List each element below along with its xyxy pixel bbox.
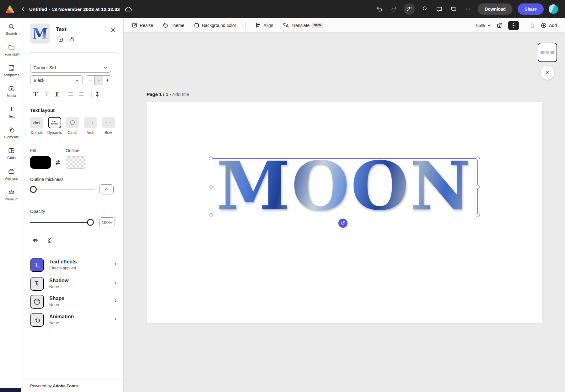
outline-thickness-handle[interactable] — [30, 186, 37, 193]
sidebar-item-media[interactable]: Media — [0, 80, 23, 101]
handle-mid-right[interactable] — [476, 185, 480, 189]
chevron-right-icon[interactable] — [113, 281, 118, 285]
line-spacing-icon[interactable] — [94, 91, 104, 97]
opacity-value[interactable]: 100% — [99, 217, 115, 227]
underline-button[interactable]: T — [51, 91, 62, 98]
shape-title[interactable]: Shape — [49, 296, 64, 301]
sidebar-item-search[interactable]: Search — [0, 18, 23, 39]
italic-button[interactable]: T — [41, 91, 51, 98]
adobe-express-logo-icon[interactable] — [6, 5, 14, 13]
selection-box: MOON — [211, 158, 478, 215]
translate-icon — [282, 22, 289, 28]
page-thumbnail[interactable] — [538, 43, 557, 62]
comment-icon[interactable] — [434, 4, 444, 14]
background-color-button[interactable]: Background color — [194, 22, 236, 28]
redo-icon[interactable] — [389, 4, 399, 14]
layout-label-arch: Arch — [81, 130, 100, 135]
outline-thickness-label: Outline thickness — [30, 177, 64, 182]
chevron-right-icon[interactable] — [113, 299, 118, 303]
new-badge: NEW — [312, 23, 323, 28]
animation-subtitle: None — [49, 320, 59, 325]
animation-title[interactable]: Animation — [49, 314, 74, 320]
rotate-handle[interactable]: ↺ — [338, 219, 347, 228]
text-effects-icon[interactable]: T — [30, 258, 44, 272]
sidebar-item-your-stuff[interactable]: Your stuff — [0, 39, 23, 60]
handle-top-left[interactable] — [209, 156, 213, 160]
flip-horizontal-icon[interactable] — [32, 236, 39, 244]
outline-thickness-value[interactable]: 0 — [99, 184, 114, 194]
translate-button[interactable]: Translate NEW — [282, 22, 323, 28]
fill-color-swatch[interactable] — [30, 156, 51, 169]
bold-button[interactable]: T — [30, 91, 41, 98]
font-weight-select[interactable]: Black — [30, 75, 83, 85]
text-effects-title[interactable]: Text effects — [49, 259, 77, 265]
zoom-control[interactable]: 65% — [476, 23, 491, 28]
align-text-icon[interactable] — [67, 91, 78, 97]
swap-icon[interactable] — [54, 159, 62, 166]
sidebar-item-grids[interactable]: Grids — [0, 142, 23, 163]
canvas-page[interactable]: MOON ↺ — [147, 102, 542, 323]
sidebar-item-elements[interactable]: Elements — [0, 122, 23, 142]
flip-vertical-icon[interactable] — [46, 236, 53, 244]
sidebar-item-templates[interactable]: Templates — [0, 60, 23, 80]
font-size-stepper: − - + — [86, 75, 112, 85]
sidebar-item-add-ons[interactable]: Add-ons — [0, 163, 23, 184]
animation-icon[interactable] — [30, 313, 44, 327]
powered-by-footer: Powered by Adobe Fonts — [30, 384, 78, 388]
download-button[interactable]: Download — [478, 3, 513, 15]
outline-color-swatch[interactable] — [66, 156, 86, 169]
add-collaborator-icon[interactable] — [404, 3, 415, 15]
shadow-title[interactable]: Shadow — [49, 278, 68, 283]
trash-icon[interactable] — [529, 22, 535, 29]
resize-icon — [132, 22, 137, 28]
handle-bottom-left[interactable] — [209, 213, 213, 217]
font-size-increase-button[interactable]: + — [103, 76, 112, 85]
outline-thickness-slider[interactable] — [30, 189, 94, 190]
resize-button[interactable]: Resize — [132, 22, 153, 28]
align-button[interactable]: Align — [255, 22, 273, 28]
layout-option-circle[interactable] — [66, 117, 79, 128]
close-icon[interactable] — [108, 25, 118, 34]
layout-option-default[interactable]: Abcd — [30, 117, 43, 128]
thumbnail-blob — [541, 51, 545, 54]
undo-icon[interactable] — [375, 4, 384, 14]
sidebar-item-premium[interactable]: Premium — [0, 184, 23, 204]
chevron-right-icon[interactable] — [113, 262, 118, 266]
share-button[interactable]: Share — [518, 3, 544, 15]
text-object-moon[interactable]: MOON — [217, 157, 472, 214]
search-icon — [8, 23, 15, 30]
select-tool-icon[interactable] — [508, 21, 519, 30]
avatar[interactable] — [549, 4, 558, 14]
shadow-subtitle: None — [49, 284, 59, 289]
back-icon[interactable] — [20, 6, 26, 12]
theme-button[interactable]: Theme — [163, 22, 185, 28]
elements-icon — [8, 126, 15, 134]
lightbulb-icon[interactable] — [420, 4, 429, 14]
document-title[interactable]: Untitled - 13 November 2023 at 12.32.33 — [29, 7, 120, 12]
layout-option-bow[interactable] — [102, 117, 115, 128]
shadow-icon[interactable]: TT — [30, 277, 44, 291]
sidebar-item-text[interactable]: T Text — [0, 101, 23, 122]
handle-top-right[interactable] — [476, 156, 480, 160]
add-button[interactable]: Add — [541, 22, 557, 29]
add-title-link[interactable]: Add title — [172, 92, 189, 97]
chats-icon[interactable] — [449, 4, 458, 14]
opacity-handle[interactable] — [87, 219, 94, 226]
more-icon[interactable] — [463, 4, 473, 14]
handle-mid-left[interactable] — [209, 185, 213, 189]
handle-bottom-right[interactable] — [476, 213, 480, 217]
chevron-right-icon[interactable] — [113, 317, 118, 321]
pages-icon[interactable]: 1 — [496, 22, 503, 29]
chevron-down-icon — [75, 78, 79, 82]
shape-icon[interactable]: T — [30, 295, 44, 309]
canvas-toolbar: Resize Theme Background color Align Tran… — [124, 18, 565, 33]
font-size-decrease-button[interactable]: − — [86, 76, 94, 85]
duplicate-icon[interactable] — [57, 36, 63, 42]
close-thumbnail-icon[interactable] — [541, 66, 554, 80]
layout-option-dynamic[interactable]: ABC DEFGHI — [48, 117, 61, 128]
list-icon[interactable] — [78, 91, 89, 97]
layout-option-arch[interactable] — [84, 117, 97, 128]
font-family-select[interactable]: Cooper Std — [30, 63, 111, 73]
unlock-icon[interactable] — [69, 36, 75, 42]
font-size-value[interactable]: - — [94, 76, 103, 85]
